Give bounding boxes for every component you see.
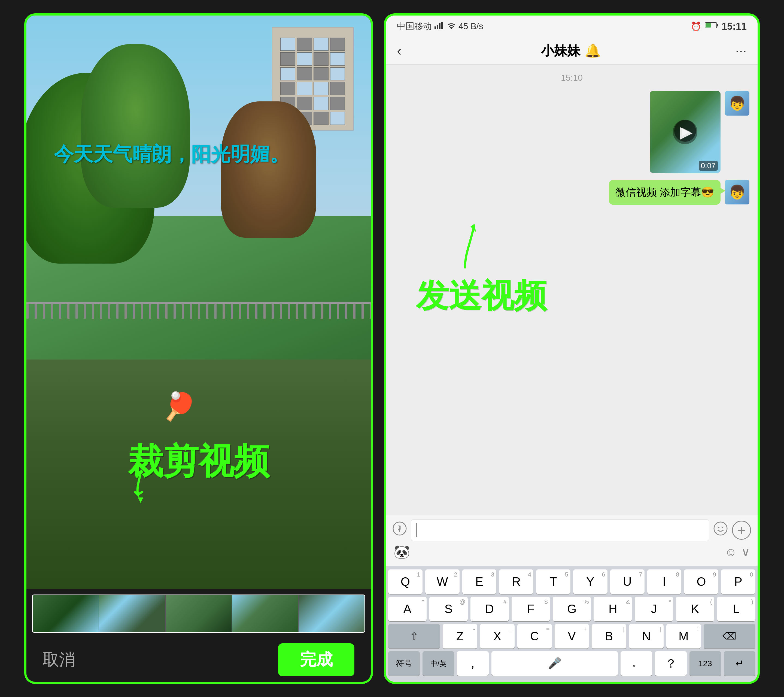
key-space[interactable]: 🎤	[491, 651, 618, 676]
keyboard-row-2: 🐼 ☺ ∨	[392, 544, 751, 560]
carrier-label: 中国移动	[397, 20, 432, 33]
key-h[interactable]: &H	[594, 597, 632, 621]
key-t[interactable]: 5T	[536, 570, 570, 594]
timeline-frame-3	[166, 595, 232, 632]
key-lang[interactable]: 中/英	[423, 651, 454, 676]
window	[297, 67, 312, 81]
text-input-field[interactable]	[411, 519, 709, 541]
timeline-frames	[32, 595, 365, 633]
key-s[interactable]: @S	[429, 597, 468, 621]
key-x[interactable]: _X	[480, 624, 515, 649]
message-column: ▶ 0:07 👦 微信视频 添加字幕😎 👦	[609, 91, 749, 205]
key-w[interactable]: 2W	[425, 570, 460, 594]
key-m[interactable]: !M	[666, 624, 701, 649]
emoji-face-button[interactable]: ☺	[725, 545, 737, 559]
key-i[interactable]: 8I	[647, 570, 682, 594]
text-cursor	[416, 524, 417, 537]
svg-rect-4	[441, 22, 443, 29]
window	[313, 67, 329, 81]
message-bubble: 微信视频 添加字幕😎	[609, 180, 721, 205]
input-area: 🎙 + 🐼 ☺ ∨	[386, 515, 758, 566]
chat-timestamp: 15:10	[394, 73, 749, 83]
window	[330, 67, 345, 81]
key-p[interactable]: 0P	[721, 570, 755, 594]
svg-rect-8	[705, 23, 711, 28]
timeline-frame-2	[99, 595, 166, 632]
fence	[26, 302, 371, 319]
tree-right	[221, 101, 316, 238]
window	[313, 82, 329, 95]
video-area: 今天天气晴朗，阳光明媚。 🏓 裁剪视频	[26, 15, 371, 589]
annotation-area: 发送视频	[394, 210, 749, 324]
key-r[interactable]: 4R	[499, 570, 534, 594]
timeline-frame-1	[33, 595, 99, 632]
speed-label: 45 B/s	[458, 21, 483, 31]
window	[297, 38, 312, 51]
subtitle-text-1: 今天天气晴朗，阳光明媚。	[54, 142, 289, 167]
annotation-arrow-container	[449, 216, 749, 271]
key-e[interactable]: 3E	[462, 570, 497, 594]
key-shift[interactable]: ⇧	[388, 624, 440, 649]
done-button[interactable]: 完成	[278, 643, 354, 676]
svg-point-14	[721, 527, 723, 528]
window	[330, 82, 345, 95]
window	[330, 38, 345, 51]
video-thumbnail[interactable]: ▶ 0:07	[650, 91, 721, 173]
key-k[interactable]: (K	[676, 597, 714, 621]
voice-input-button[interactable]: 🎙	[392, 522, 407, 539]
key-j[interactable]: *J	[635, 597, 673, 621]
back-button[interactable]: ‹	[397, 43, 402, 59]
nav-bar: ‹ 小妹妹 🔔 ···	[386, 37, 758, 64]
wifi-icon	[447, 21, 456, 31]
window	[330, 52, 345, 65]
sticker-button[interactable]: 🐼	[394, 544, 410, 560]
key-f[interactable]: $F	[512, 597, 550, 621]
key-delete[interactable]: ⌫	[703, 624, 755, 649]
window	[280, 38, 295, 51]
key-a[interactable]: ^A	[388, 597, 427, 621]
collapse-button[interactable]: ∨	[741, 545, 750, 559]
window	[330, 97, 345, 110]
keyboard-row-zxcv: ⇧ -Z _X =C +V [B ]N !M ⌫	[388, 624, 755, 649]
svg-rect-7	[717, 24, 718, 26]
key-g[interactable]: %G	[553, 597, 591, 621]
key-l[interactable]: )L	[717, 597, 755, 621]
left-panel: 今天天气晴朗，阳光明媚。 🏓 裁剪视频 取消	[24, 13, 373, 684]
right-panel: 中国移动 45 B/s ⏰	[384, 13, 760, 684]
video-message-row: ▶ 0:07 👦 微信视频 添加字幕😎 👦	[394, 91, 749, 205]
window	[313, 52, 329, 65]
window	[280, 52, 295, 65]
window	[297, 82, 312, 95]
key-question[interactable]: ？	[655, 651, 687, 676]
window	[330, 112, 345, 125]
key-c[interactable]: =C	[517, 624, 552, 649]
emoji-button[interactable]	[713, 522, 728, 539]
cancel-button[interactable]: 取消	[43, 649, 76, 671]
key-n[interactable]: ]N	[629, 624, 664, 649]
key-v[interactable]: +V	[555, 624, 589, 649]
alarm-icon: ⏰	[690, 21, 702, 31]
bottom-bar: 取消 完成	[26, 638, 371, 682]
add-button[interactable]: +	[732, 520, 751, 540]
status-bar: 中国移动 45 B/s ⏰	[386, 15, 758, 37]
key-y[interactable]: 6Y	[573, 570, 608, 594]
more-button[interactable]: ···	[735, 43, 747, 59]
key-comma[interactable]: ，	[457, 651, 488, 676]
key-q[interactable]: 1Q	[388, 570, 423, 594]
key-u[interactable]: 7U	[610, 570, 644, 594]
key-123[interactable]: 123	[690, 651, 721, 676]
tree-center	[81, 44, 190, 208]
key-z[interactable]: -Z	[443, 624, 477, 649]
battery-label	[705, 21, 718, 31]
key-symbols[interactable]: 符号	[388, 651, 420, 676]
key-o[interactable]: 9O	[684, 570, 718, 594]
timeline-frame-5	[298, 595, 364, 632]
sound-icon: 🔔	[585, 43, 601, 58]
input-row-1: 🎙 +	[392, 519, 751, 541]
key-b[interactable]: [B	[592, 624, 626, 649]
key-return[interactable]: ↵	[724, 651, 755, 676]
key-period[interactable]: 。	[621, 651, 652, 676]
key-d[interactable]: #D	[471, 597, 509, 621]
chat-title: 小妹妹 🔔	[407, 42, 736, 59]
status-left: 中国移动 45 B/s	[397, 20, 483, 33]
